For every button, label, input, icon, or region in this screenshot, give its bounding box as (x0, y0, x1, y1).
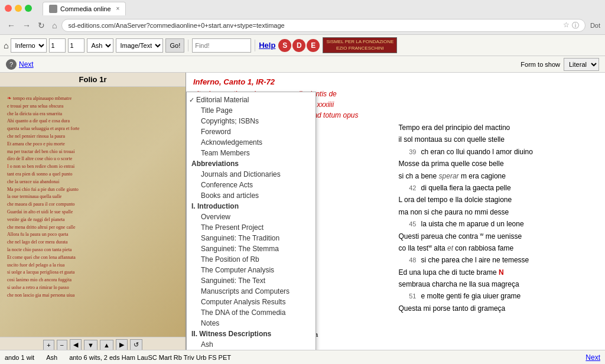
menu-item-computer-results[interactable]: Computer Analysis Results (187, 297, 315, 307)
menu-item-foreword[interactable]: Foreword (187, 126, 315, 137)
sde-e-button[interactable]: E (307, 39, 320, 52)
menu-item-editorial[interactable]: Editorial Material (187, 95, 315, 105)
rotate-button[interactable]: ↺ (130, 339, 142, 350)
menu-item-conference[interactable]: Conference Acts (187, 180, 315, 190)
sde-buttons: S D E (278, 39, 320, 52)
tab-favicon (49, 5, 57, 13)
text-line-right: 51 e molte genti fe gia uiuer grame (399, 290, 599, 302)
footer-witness: Ash (46, 354, 57, 361)
text-line-right: 48 si che parea che l aire ne temesse (399, 254, 599, 266)
pan-down-button[interactable]: ▼ (84, 340, 97, 350)
line-text-right: si ch a bene sperar m era cagione (399, 170, 506, 182)
menu-item-position-rb[interactable]: The Position of Rb (187, 254, 315, 265)
text-line-right: L ora del tempo e lla dolcie stagione (399, 194, 599, 206)
menu-item-journals[interactable]: Journals and Dictionaries (187, 169, 315, 180)
zoom-in-button[interactable]: + (43, 340, 54, 350)
line-number: 39 (399, 147, 417, 158)
footer-next-button[interactable]: Next (586, 353, 600, 362)
menu-item-overview[interactable]: Overview (187, 212, 315, 222)
text-line-right: Questa mi porse tanto di grameça (399, 303, 599, 314)
line-text-right: ma non si che paura no mmi desse (399, 206, 509, 218)
menu-section-witness: II. Witness Descriptions (187, 329, 315, 339)
form-select[interactable]: Literal (564, 58, 599, 71)
refresh-button[interactable]: ↻ (35, 20, 47, 31)
view-select[interactable]: Image/Text (116, 38, 163, 53)
text-line-right: Questi pareua che contra w me uenisse (399, 230, 599, 242)
menu-item-sanguineti-tradition[interactable]: Sanguineti: The Tradition (187, 233, 315, 243)
ir-number-input[interactable] (68, 38, 84, 53)
url-bar[interactable]: sd-editions.com/AnaServer?commediaonline… (61, 19, 585, 32)
folio-title: Folio 1r (0, 73, 186, 87)
menu-item-copyrights[interactable]: Copyrights; ISBNs (187, 116, 315, 126)
next-left: ? Next (6, 59, 34, 70)
pan-left-button[interactable]: ◀ (70, 339, 82, 350)
menu-item-manuscripts[interactable]: Manuscripts and Computers (187, 286, 315, 297)
close-button[interactable] (5, 5, 12, 12)
tab-title: Commedia online (60, 5, 111, 12)
menu-item-notes-intro[interactable]: Notes (187, 318, 315, 329)
help-circle-button[interactable]: ? (6, 59, 17, 70)
sde-s-button[interactable]: S (278, 39, 291, 52)
form-label: Form to show (521, 61, 560, 68)
browser-tab[interactable]: Commedia online × (43, 2, 126, 15)
user-label: Dot (590, 22, 600, 29)
text-line-right: ma non si che paura no mmi desse (399, 206, 599, 218)
back-button[interactable]: ← (5, 20, 18, 31)
canto-number-input[interactable] (49, 38, 66, 53)
next-button[interactable]: Next (19, 60, 34, 69)
line-text-right: sembraua charcha ne lla sua magreça (399, 278, 519, 290)
line-text-right: il sol montaua su con quelle stelle (399, 134, 505, 145)
window-controls (5, 5, 32, 12)
tab-bar: Commedia online × (38, 2, 131, 15)
image-toolbar: + − ◀ ▼ ▲ ▶ ↺ (0, 337, 186, 350)
menu-item-books[interactable]: Books and articles (187, 190, 315, 201)
menu-item-present-project[interactable]: The Present Project (187, 222, 315, 233)
sde-d-button[interactable]: D (292, 39, 305, 52)
menu-item-dna[interactable]: The DNA of the Commedia (187, 307, 315, 318)
home-button[interactable]: ⌂ (50, 20, 59, 31)
next-bar: ? Next Form to show Literal (0, 56, 605, 73)
menu-item-computer-analysis[interactable]: The Computer Analysis (187, 265, 315, 275)
separator (188, 40, 188, 51)
line-text-right: Questi pareua che contra w me uenisse (399, 230, 522, 242)
superscript: w (480, 232, 484, 237)
content-area: Folio 1r ❧ tempo era alpinauapo mbmatre … (0, 73, 605, 350)
sismel-logo: SISMEL PER LA FONDAZIONE EZIO FRANCESCHI… (323, 37, 397, 53)
sismel-line2: EZIO FRANCESCHINI (326, 46, 393, 51)
zoom-out-button[interactable]: − (57, 340, 67, 350)
bottom-bar: ando 1 wit Ash anto 6 wits, 2 eds Ham La… (0, 350, 605, 364)
pan-right-button[interactable]: ▶ (116, 339, 128, 350)
go-button[interactable]: Go! (165, 38, 184, 53)
home-icon[interactable]: ⌂ (4, 41, 8, 50)
text-line-right: si ch a bene sperar m era cagione (399, 170, 599, 182)
maximize-button[interactable] (25, 5, 32, 12)
menu-item-sanguineti-text[interactable]: Sanguineti: The Text (187, 275, 315, 286)
bookmark-icon[interactable]: ☆ (563, 21, 570, 31)
canto-title: Inferno, Canto 1, IR-72 (193, 77, 598, 86)
find-input[interactable] (192, 38, 251, 53)
toolbar-home: ⌂ (4, 41, 8, 50)
menu-item-sanguineti-stemma[interactable]: Sanguineti: The Stemma (187, 243, 315, 254)
manuscript-text-overlay: ❧ tempo era alpinauapo mbmatre e trouai … (0, 87, 186, 337)
footer-info: anto 6 wits, 2 eds Ham LauSC Mart Rb Tri… (69, 354, 231, 361)
pan-up-button[interactable]: ▲ (100, 340, 113, 350)
line-text-right: si che parea che l aire ne temesse (421, 254, 529, 266)
app-toolbar: ⌂ Inferno Ash Image/Text Go! Help S D E … (0, 35, 605, 56)
canto-select[interactable]: Inferno (11, 38, 47, 53)
text-line-right: Mosse da prima quelle cose belle (399, 158, 599, 170)
help-button[interactable]: Help (259, 41, 275, 50)
sismel-line1: SISMEL PER LA FONDAZIONE (326, 39, 393, 45)
text-line-right: sembraua charcha ne lla sua magreça (399, 278, 599, 290)
info-icon[interactable]: ⓘ (572, 21, 579, 31)
line-text-right: Tempo era del principio del mactino (399, 122, 510, 134)
minimize-button[interactable] (15, 5, 22, 12)
menu-item-acknowledgements[interactable]: Acknowledgements (187, 137, 315, 148)
menu-item-team-members[interactable]: Team Members (187, 148, 315, 158)
tab-close-button[interactable]: × (116, 5, 120, 12)
witness-select[interactable]: Ash (87, 38, 113, 53)
forward-button[interactable]: → (20, 20, 33, 31)
line-text-right: Questa mi porse tanto di grameça (399, 303, 506, 314)
menu-item-title-page[interactable]: Title Page (187, 105, 315, 116)
text-line-right: 45 la uista che m aparue d un leone (399, 218, 599, 230)
menu-item-ash[interactable]: Ash (187, 339, 315, 350)
